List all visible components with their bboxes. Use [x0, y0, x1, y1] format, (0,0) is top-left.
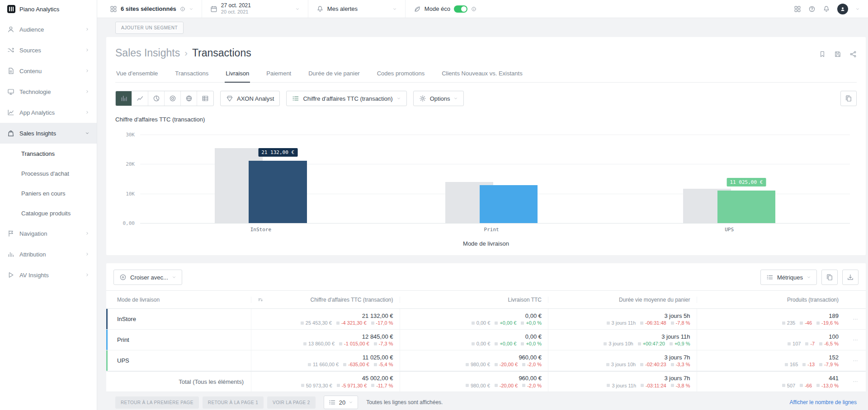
tab-codes-promotions[interactable]: Codes promotions	[376, 65, 426, 82]
table-row-total-tous-les-l-ments[interactable]: Total (Tous les éléments)45 002,00 €50 9…	[106, 371, 866, 392]
brand[interactable]: Piano Analytics	[0, 0, 97, 18]
tab-clients-nouveaux-vs-existants[interactable]: Clients Nouveaux vs. Existants	[441, 65, 523, 82]
sidebar-item-app-analytics[interactable]: App Analytics	[0, 102, 97, 123]
chart-type-table-button[interactable]	[197, 91, 213, 106]
breadcrumb-parent[interactable]: Sales Insights	[115, 47, 180, 59]
donut-chart-icon	[169, 95, 176, 102]
table-row-print[interactable]: Print12 845,00 €13 860,00 €-1 015,00 €-7…	[106, 330, 866, 350]
chart-type-map-button[interactable]	[181, 91, 197, 106]
share-icon[interactable]	[849, 51, 857, 58]
dots-icon[interactable]	[853, 358, 858, 363]
help-icon[interactable]	[808, 5, 816, 13]
bookmark-icon[interactable]	[819, 51, 826, 58]
export-icon	[847, 274, 854, 281]
sidebar-subitem-processus-d-achat[interactable]: Processus d'achat	[0, 163, 97, 183]
column-header-produits-transaction[interactable]: Produits (transaction)	[697, 297, 845, 303]
axon-analyst-button[interactable]: AXON Analyst	[220, 91, 280, 106]
list-icon	[329, 399, 336, 406]
options-dropdown[interactable]: Options	[413, 91, 464, 106]
alerts-selector[interactable]: Mes alertes	[308, 0, 406, 18]
chart-type-donut-button[interactable]	[165, 91, 181, 106]
sidebar-item-sales-insights[interactable]: Sales Insights	[0, 123, 97, 144]
rows-per-page-select[interactable]: 20	[324, 396, 358, 409]
y-tick-label: 20K	[126, 161, 135, 167]
site-selector[interactable]: 6 sites sélectionnés	[102, 0, 202, 18]
date-range-picker[interactable]: 27 oct. 2021 20 oct. 2021	[202, 0, 308, 18]
dots-icon[interactable]	[853, 317, 858, 322]
pagination-status: Toutes les lignes sont affichées.	[366, 399, 443, 405]
croiser-avec-label: Croiser avec...	[130, 274, 168, 281]
bar-current-period[interactable]	[480, 185, 538, 223]
sidebar-item-navigation[interactable]: Navigation	[0, 223, 97, 244]
tab-paiement[interactable]: Paiement	[265, 65, 292, 82]
column-header-mode-de-livraison[interactable]: Mode de livraison	[106, 297, 251, 303]
sort-icon[interactable]	[258, 297, 263, 303]
sidebar-item-contenu[interactable]: Contenu	[0, 61, 97, 81]
tab-livraison[interactable]: Livraison	[225, 65, 250, 82]
sidebar-subitem-paniers-en-cours[interactable]: Paniers en cours	[0, 183, 97, 203]
dots-icon[interactable]	[853, 337, 858, 343]
chart-type-pie-button[interactable]	[148, 91, 165, 106]
chart-type-bar-button[interactable]	[116, 91, 132, 106]
sidebar-item-label: Contenu	[19, 68, 42, 75]
percent-change: -11,7 %	[371, 383, 393, 388]
metric-dropdown[interactable]: Chiffre d'affaires TTC (transaction)	[286, 91, 406, 106]
notifications-bell-icon[interactable]	[823, 5, 830, 13]
column-header-livraison-ttc[interactable]: Livraison TTC	[400, 297, 548, 303]
copy-chart-button[interactable]	[840, 91, 857, 106]
add-segment-button[interactable]: AJOUTER UN SEGMENT	[115, 22, 184, 34]
bar-current-period[interactable]	[249, 161, 307, 223]
croiser-avec-dropdown[interactable]: Croiser avec...	[113, 270, 182, 285]
sites-label: 6 sites sélectionnés	[121, 5, 176, 12]
percent-change: -3,8 %	[671, 383, 690, 388]
table-row-ups[interactable]: UPS11 025,00 €11 660,00 €-635,00 €-5,4 %…	[106, 350, 866, 371]
tab-transactions[interactable]: Transactions	[174, 65, 209, 82]
sidebar-item-sources[interactable]: Sources	[0, 40, 97, 61]
tab-dur-e-de-vie-panier[interactable]: Durée de vie panier	[307, 65, 360, 82]
copy-table-button[interactable]	[821, 270, 838, 285]
first-page-button[interactable]: RETOUR À LA PREMIÈRE PAGE	[115, 396, 199, 409]
delta-value: -20,00 €	[495, 362, 518, 367]
sidebar-item-label: App Analytics	[19, 109, 55, 116]
metriques-dropdown[interactable]: Métriques	[760, 270, 817, 285]
export-table-button[interactable]	[842, 270, 859, 285]
info-icon[interactable]	[471, 6, 476, 12]
previous-value: 11 660,00 €	[308, 362, 339, 367]
cell-comparison: 107-7-6,5 %	[788, 341, 839, 346]
delta-value: +0,00 €	[495, 320, 516, 326]
column-header-chiffre-d-affaires-ttc-transaction[interactable]: Chiffre d'affaires TTC (transaction)	[251, 297, 400, 303]
chevron-right-icon	[85, 231, 90, 236]
chart-type-line-button[interactable]	[132, 91, 148, 106]
rows-count-link[interactable]: Afficher le nombre de lignes	[789, 399, 857, 405]
sidebar-subitem-transactions[interactable]: Transactions	[0, 144, 97, 163]
apps-grid-icon[interactable]	[794, 5, 801, 13]
info-icon[interactable]	[180, 6, 185, 12]
tabs: Vue d'ensembleTransactionsLivraisonPaiem…	[115, 65, 857, 83]
chart-panel: Sales Insights › Transactions Vue d'ense…	[106, 37, 866, 255]
page-2-button[interactable]: VOIR LA PAGE 2	[267, 396, 316, 409]
sidebar-item-technologie[interactable]: Technologie	[0, 81, 97, 102]
bar-current-period[interactable]	[717, 191, 776, 223]
table-header: Mode de livraisonChiffre d'affaires TTC …	[106, 291, 866, 309]
avatar[interactable]	[837, 4, 848, 14]
table-row-instore[interactable]: InStore21 132,00 €25 453,30 €-4 321,30 €…	[106, 309, 866, 330]
column-header-dur-e-vie-moyenne-du-panier[interactable]: Durée vie moyenne du panier	[548, 297, 697, 303]
percent-change: -7,8 %	[671, 320, 690, 326]
chart-title: Chiffre d'affaires TTC (transaction)	[115, 116, 857, 123]
eco-mode-toggle[interactable]	[454, 5, 467, 13]
topbar: 6 sites sélectionnés 27 oct. 2021 20 oct…	[97, 0, 868, 18]
sidebar-subitem-catalogue-produits[interactable]: Catalogue produits	[0, 203, 97, 223]
chevron-down-icon[interactable]	[855, 7, 860, 11]
x-axis-title: Mode de livraison	[115, 240, 857, 251]
delta-value: -4 321,30 €	[336, 320, 367, 326]
save-icon[interactable]	[834, 51, 841, 58]
sidebar-item-audience[interactable]: Audience	[0, 19, 97, 40]
sidebar-item-av-insights[interactable]: AV Insights	[0, 265, 97, 285]
dots-icon[interactable]	[853, 379, 858, 384]
tab-vue-d-ensemble[interactable]: Vue d'ensemble	[115, 65, 159, 82]
delta-value: -13	[802, 362, 815, 367]
page-1-button[interactable]: RETOUR À LA PAGE 1	[203, 396, 264, 409]
metric-selected-label: Chiffre d'affaires TTC (transaction)	[303, 95, 392, 102]
row-color-indicator	[106, 309, 108, 329]
sidebar-item-attribution[interactable]: Attribution	[0, 244, 97, 265]
